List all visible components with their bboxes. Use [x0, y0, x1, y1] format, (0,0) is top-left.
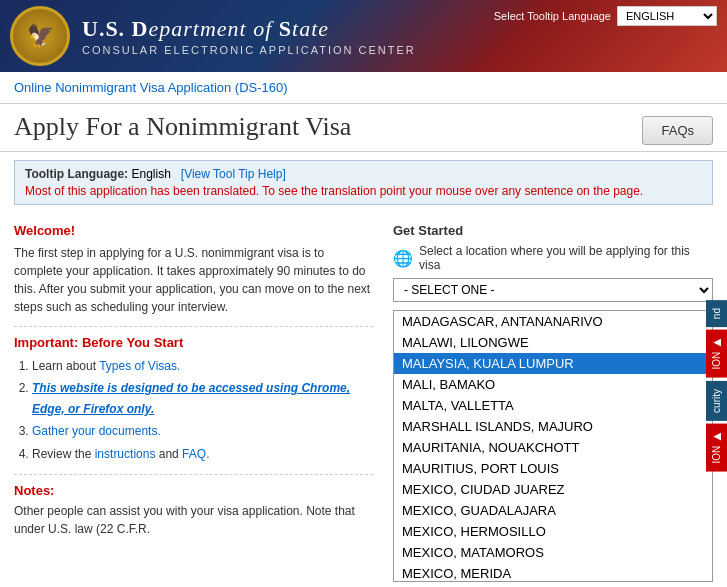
faq-link[interactable]: FAQ — [182, 447, 206, 461]
breadcrumb-link[interactable]: Online Nonimmigrant Visa Application (DS… — [14, 80, 288, 95]
tooltip-help-link[interactable]: [View Tool Tip Help] — [181, 167, 286, 181]
dropdown-list: MADAGASCAR, ANTANANARIVOMALAWI, LILONGWE… — [394, 311, 712, 581]
list-item: This website is designed to be accessed … — [32, 378, 373, 419]
tooltip-language-bar: Select Tooltip Language ENGLISH — [494, 6, 717, 26]
tooltip-language-label: Tooltip Language: — [25, 167, 128, 181]
department-seal: 🦅 — [10, 6, 70, 66]
tooltip-language-value: English — [131, 167, 170, 181]
header-text: U.S. Department of State Consular Electr… — [82, 16, 416, 56]
side-btn-curity[interactable]: curity — [706, 381, 727, 421]
list-item[interactable]: MALI, BAMAKO — [394, 374, 712, 395]
breadcrumb: Online Nonimmigrant Visa Application (DS… — [0, 72, 727, 104]
list-item: Review the instructions and FAQ. — [32, 444, 373, 464]
notes-title: Notes: — [14, 474, 373, 498]
eagle-icon: 🦅 — [27, 23, 54, 49]
tooltip-lang-label: Select Tooltip Language — [494, 10, 611, 22]
welcome-text: The first step in applying for a U.S. no… — [14, 244, 373, 316]
main-content: Welcome! The first step in applying for … — [0, 213, 727, 587]
location-select-row: - SELECT ONE - — [393, 278, 713, 302]
gather-documents-link[interactable]: Gather your documents. — [32, 424, 161, 438]
location-select[interactable]: - SELECT ONE - — [393, 278, 713, 302]
left-column: Welcome! The first step in applying for … — [14, 223, 373, 582]
list-item[interactable]: MEXICO, CIUDAD JUAREZ — [394, 479, 712, 500]
list-item[interactable]: MADAGASCAR, ANTANANARIVO — [394, 311, 712, 332]
department-subtitle: Consular Electronic Application Center — [82, 44, 416, 56]
side-buttons: nd ION ▶ curity ION ▶ — [706, 300, 727, 471]
browser-requirement-link[interactable]: This website is designed to be accessed … — [32, 381, 350, 415]
list-item[interactable]: MALTA, VALLETTA — [394, 395, 712, 416]
tooltip-lang-info: Tooltip Language: English [View Tool Tip… — [25, 167, 702, 181]
list-item[interactable]: MEXICO, MATAMOROS — [394, 542, 712, 563]
select-location-label: 🌐 Select a location where you will be ap… — [393, 244, 713, 272]
page-title: Apply For a Nonimmigrant Visa — [14, 112, 351, 142]
list-item[interactable]: MEXICO, MERIDA — [394, 563, 712, 581]
side-btn-nd[interactable]: nd — [706, 300, 727, 327]
get-started-title: Get Started — [393, 223, 713, 238]
important-title: Important: Before You Start — [14, 326, 373, 350]
list-item[interactable]: MALAYSIA, KUALA LUMPUR — [394, 353, 712, 374]
tooltip-language-select[interactable]: ENGLISH — [617, 6, 717, 26]
dropdown-wrapper: MADAGASCAR, ANTANANARIVOMALAWI, LILONGWE… — [393, 310, 713, 582]
list-item[interactable]: MALAWI, LILONGWE — [394, 332, 712, 353]
list-item: Gather your documents. — [32, 421, 373, 441]
department-name: U.S. Department of State — [82, 16, 416, 42]
list-item[interactable]: MAURITIUS, PORT LOUIS — [394, 458, 712, 479]
side-btn-ion-1[interactable]: ION ▶ — [706, 330, 727, 378]
welcome-title: Welcome! — [14, 223, 373, 238]
list-item[interactable]: MEXICO, GUADALAJARA — [394, 500, 712, 521]
list-item[interactable]: MEXICO, HERMOSILLO — [394, 521, 712, 542]
globe-icon: 🌐 — [393, 249, 413, 268]
notes-text: Other people can assist you with your vi… — [14, 502, 373, 538]
translation-notice: Most of this application has been transl… — [25, 184, 702, 198]
steps-list: Learn about Types of Visas. This website… — [32, 356, 373, 464]
page-title-area: Apply For a Nonimmigrant Visa FAQs — [0, 104, 727, 152]
tooltip-bar: Tooltip Language: English [View Tool Tip… — [14, 160, 713, 205]
types-of-visas-link[interactable]: Types of Visas. — [99, 359, 180, 373]
faq-button[interactable]: FAQs — [642, 116, 713, 145]
header: 🦅 U.S. Department of State Consular Elec… — [0, 0, 727, 72]
side-btn-ion-2[interactable]: ION ▶ — [706, 424, 727, 472]
instructions-link[interactable]: instructions — [95, 447, 156, 461]
list-item[interactable]: MARSHALL ISLANDS, MAJURO — [394, 416, 712, 437]
list-item: Learn about Types of Visas. — [32, 356, 373, 376]
list-item[interactable]: MAURITANIA, NOUAKCHOTT — [394, 437, 712, 458]
right-column: Get Started 🌐 Select a location where yo… — [393, 223, 713, 582]
